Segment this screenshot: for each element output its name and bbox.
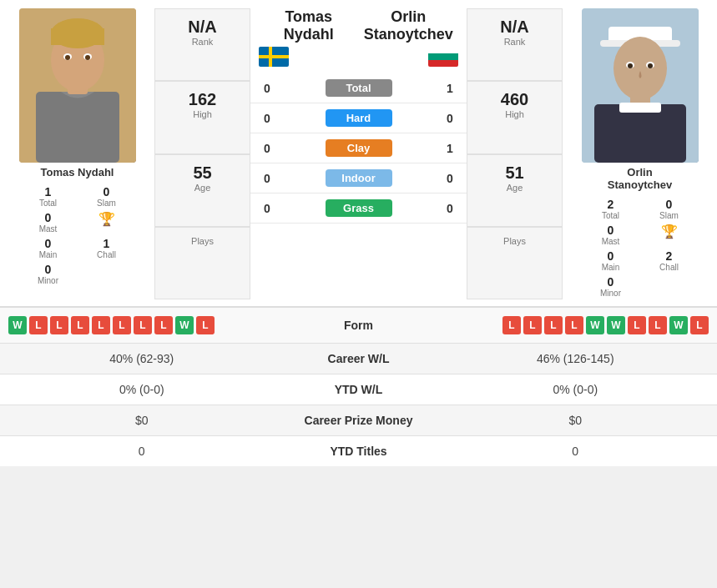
left-age-box: 55 Age: [154, 154, 250, 227]
form-badge: L: [502, 316, 521, 334]
left-rank-box: N/A Rank: [154, 8, 250, 81]
ytd-titles-right: 0: [442, 445, 709, 458]
ytd-titles-left: 0: [8, 445, 275, 458]
form-badge: L: [50, 316, 68, 334]
form-badge: L: [649, 316, 667, 334]
player-left-main-value: 0: [23, 237, 74, 250]
right-rank-value: N/A: [472, 18, 557, 37]
player-right-minor-value: 0: [585, 275, 637, 289]
right-high-box: 460 High: [467, 81, 563, 153]
player-right-chall-label: Chall: [644, 263, 695, 272]
form-badge: L: [523, 316, 542, 334]
ytd-titles-label: YTD Titles: [275, 445, 442, 458]
player-left-slam-value: 0: [81, 185, 133, 199]
form-badge: W: [175, 316, 194, 334]
left-plays-label: Plays: [160, 236, 245, 246]
surface-badge: Hard: [326, 109, 392, 127]
left-stat-boxes: N/A Rank 162 High 55 Age Plays: [154, 8, 250, 299]
form-badge: L: [92, 316, 110, 334]
left-age-label: Age: [160, 183, 245, 193]
form-badge: L: [29, 316, 48, 334]
score-right: 0: [433, 193, 467, 224]
right-age-value: 51: [472, 163, 557, 183]
player-right-name-top: OrlinStanoytchev: [359, 8, 459, 43]
svg-rect-17: [619, 103, 661, 113]
player-left-minor-label: Minor: [23, 276, 74, 285]
player-right-trophy-cell: 🏆: [640, 222, 699, 248]
score-left: 0: [250, 103, 284, 133]
player-left-svg: [19, 8, 136, 163]
svg-rect-16: [594, 104, 686, 163]
left-high-box: 162 High: [154, 81, 250, 153]
right-rank-box: N/A Rank: [467, 8, 563, 81]
score-right: 1: [433, 133, 467, 163]
form-badge: L: [154, 316, 173, 334]
score-right: 1: [433, 73, 467, 103]
ytd-titles-row: 0 YTD Titles 0: [0, 435, 717, 466]
right-high-value: 460: [472, 90, 557, 109]
player-left-total-value: 1: [23, 185, 74, 199]
svg-point-9: [85, 55, 90, 60]
surface-cell: Grass: [284, 193, 433, 224]
scores-table: 0 Total 1 0 Hard 0 0 Clay 1 0 Indoor 0 0: [250, 73, 467, 224]
player-left-mast-cell: 0 Mast: [19, 209, 78, 235]
player-right-main-value: 0: [585, 249, 637, 263]
player-left-photo: [19, 8, 136, 163]
form-badge: W: [586, 316, 604, 334]
main-container: Tomas Nydahl 1 Total 0 Slam 0 Mast 🏆: [0, 0, 717, 466]
ytd-wl-right: 0% (0-0): [442, 383, 709, 396]
form-badge: L: [690, 316, 709, 334]
prize-row: $0 Career Prize Money $0: [0, 405, 717, 435]
player-right-slam-cell: 0 Slam: [640, 196, 699, 222]
player-left-mast-value: 0: [23, 211, 74, 224]
player-right-name: OrlinStanoytchev: [608, 166, 672, 191]
player-left-main-label: Main: [23, 250, 74, 259]
player-right-chall-value: 2: [644, 249, 695, 263]
player-right-photo: [582, 8, 699, 163]
player-right-mast-value: 0: [585, 224, 637, 237]
player-left-name: Tomas Nydahl: [41, 166, 114, 178]
left-plays-box: Plays: [154, 227, 250, 299]
score-left: 0: [250, 73, 284, 103]
flag-right-bulgaria: [428, 47, 458, 67]
right-stat-boxes: N/A Rank 460 High 51 Age Plays: [467, 8, 563, 299]
player-right-main-cell: 0 Main: [582, 248, 640, 274]
form-left: WLLLLLLLWL: [8, 316, 309, 334]
player-left-trophy-cell: 🏆: [78, 209, 136, 235]
middle-section: Tomas Nydahl OrlinStanoytchev 0 Total 1 …: [250, 8, 467, 299]
right-rank-label: Rank: [472, 37, 557, 47]
surface-badge: Indoor: [326, 169, 392, 187]
ytd-wl-row: 0% (0-0) YTD W/L 0% (0-0): [0, 374, 717, 405]
form-badge: L: [628, 316, 646, 334]
left-rank-value: N/A: [160, 18, 245, 37]
form-badge: L: [134, 316, 152, 334]
surface-badge: Total: [326, 79, 392, 97]
score-row: 0 Total 1: [250, 73, 467, 103]
player-left-minor-value: 0: [23, 263, 74, 276]
score-row: 0 Clay 1: [250, 133, 467, 163]
ytd-wl-left: 0% (0-0): [8, 383, 275, 396]
form-badge: W: [669, 316, 688, 334]
career-wl-right: 46% (126-145): [442, 352, 709, 365]
score-row: 0 Grass 0: [250, 193, 467, 224]
player-right-total-value: 2: [585, 198, 637, 211]
player-right-slam-label: Slam: [644, 211, 695, 220]
form-badge: L: [71, 316, 89, 334]
left-high-value: 162: [160, 90, 245, 109]
prize-label: Career Prize Money: [275, 414, 442, 427]
form-section: WLLLLLLLWL Form LLLLWWLLWL: [0, 306, 717, 343]
player-right-chall-cell: 2 Chall: [640, 248, 699, 274]
player-right-mast-label: Mast: [585, 237, 637, 246]
player-right: OrlinStanoytchev 2 Total 0 Slam 0 Mast 🏆: [563, 8, 717, 299]
score-left: 0: [250, 133, 284, 163]
career-wl-label: Career W/L: [275, 352, 442, 365]
player-right-stats-grid: 2 Total 0 Slam 0 Mast 🏆 0 Main: [582, 196, 699, 299]
form-badge: W: [607, 316, 625, 334]
player-right-total-label: Total: [585, 211, 637, 220]
surface-badge: Grass: [326, 199, 392, 217]
left-high-label: High: [160, 109, 245, 119]
flag-row: [250, 43, 467, 70]
form-right: LLLLWWLLWL: [409, 316, 709, 334]
player-right-slam-value: 0: [644, 198, 695, 211]
form-badge: W: [8, 316, 27, 334]
